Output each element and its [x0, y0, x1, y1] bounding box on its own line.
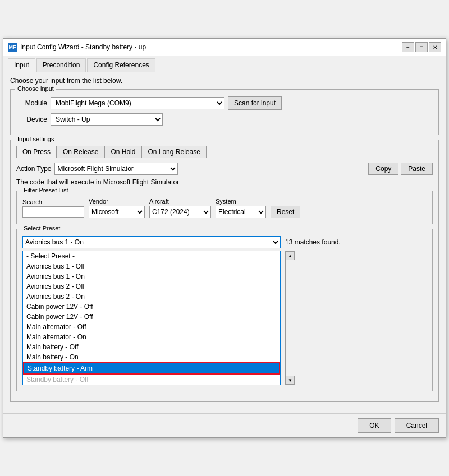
action-type-row: Action Type Microsoft Flight Simulator C… [16, 163, 433, 175]
scroll-down-arrow[interactable]: ▼ [286, 376, 295, 385]
aircraft-col: Aircraft C172 (2024) [149, 198, 211, 218]
search-label: Search [22, 198, 84, 205]
filter-preset-group: Filter Preset List Search Vendor Microso… [16, 191, 433, 224]
search-input[interactable] [22, 206, 84, 218]
device-select[interactable]: Switch - Up [51, 113, 163, 126]
list-item-selected[interactable]: Standby battery - Arm [23, 362, 280, 375]
list-item[interactable]: Main battery - On [23, 352, 280, 362]
input-settings-group: Input settings On Press On Release On Ho… [10, 140, 439, 402]
titlebar: MF Input Config Wizard - Standby battery… [3, 39, 446, 56]
aircraft-label: Aircraft [149, 198, 211, 205]
module-row: Module MobiFlight Mega (COM9) Scan for i… [16, 96, 433, 110]
vendor-col: Vendor Microsoft [89, 198, 145, 218]
input-settings-title: Input settings [15, 136, 56, 142]
module-select[interactable]: MobiFlight Mega (COM9) [51, 97, 224, 109]
list-item[interactable]: Main battery - Off [23, 342, 280, 352]
paste-button[interactable]: Paste [401, 163, 433, 175]
vendor-label: Vendor [89, 198, 145, 205]
choose-input-group: Choose input Module MobiFlight Mega (COM… [10, 89, 439, 135]
list-item[interactable]: Main alternator - Off [23, 322, 280, 332]
instructions-text: Choose your input from the list below. [10, 77, 439, 85]
search-col: Search [22, 198, 84, 218]
device-label: Device [16, 115, 47, 123]
copy-button[interactable]: Copy [368, 163, 398, 175]
list-item[interactable]: Avionics bus 2 - On [23, 292, 280, 302]
dropdown-list[interactable]: - Select Preset - Avionics bus 1 - Off A… [22, 251, 281, 385]
ok-button[interactable]: OK [358, 418, 391, 433]
list-item[interactable]: Avionics bus 1 - On [23, 271, 280, 281]
preset-dropdown[interactable]: Avionics bus 1 - On [22, 236, 281, 248]
main-content: Choose your input from the list below. C… [3, 72, 446, 413]
close-button[interactable]: ✕ [429, 42, 441, 52]
preset-content: Avionics bus 1 - On 13 matches found. - … [22, 236, 427, 385]
secondary-tabs: On Press On Release On Hold On Long Rele… [16, 144, 433, 158]
app-icon: MF [8, 43, 17, 52]
list-item[interactable]: Cabin power 12V - Off [23, 302, 280, 312]
tab-precondition[interactable]: Precondition [36, 58, 86, 72]
device-row: Device Switch - Up [16, 113, 433, 126]
scrollbar[interactable]: ▲ ▼ [285, 251, 294, 385]
list-item[interactable]: Cabin power 12V - Off [23, 312, 280, 322]
titlebar-left: MF Input Config Wizard - Standby battery… [8, 43, 146, 52]
tab-input[interactable]: Input [8, 58, 35, 72]
action-type-select[interactable]: Microsoft Flight Simulator [54, 163, 178, 175]
system-select[interactable]: Electrical [216, 206, 266, 218]
list-item[interactable]: Standby battery - Off [23, 375, 280, 385]
cancel-button[interactable]: Cancel [395, 418, 439, 433]
window-title: Input Config Wizard - Standby battery - … [20, 43, 146, 51]
tab-on-long-release[interactable]: On Long Release [141, 146, 206, 158]
select-preset-title: Select Preset [21, 225, 62, 232]
choose-input-title: Choose input [15, 85, 56, 92]
dropdown-list-container: - Select Preset - Avionics bus 1 - Off A… [22, 251, 427, 385]
minimize-button[interactable]: − [402, 42, 414, 52]
module-label: Module [16, 99, 47, 107]
list-item[interactable]: Main alternator - On [23, 332, 280, 342]
list-item[interactable]: - Select Preset - [23, 251, 280, 261]
action-right: Copy Paste [368, 163, 433, 175]
filter-row: Search Vendor Microsoft Aircraft C172 (2… [22, 198, 427, 218]
tab-on-release[interactable]: On Release [57, 146, 104, 158]
system-col: System Electrical [216, 198, 266, 218]
matches-count: 13 matches found. [285, 238, 341, 246]
main-window: MF Input Config Wizard - Standby battery… [3, 38, 446, 438]
action-type-label: Action Type [16, 165, 51, 173]
tab-config-references[interactable]: Config References [87, 58, 155, 72]
scan-button[interactable]: Scan for input [228, 96, 282, 110]
top-tabs: Input Precondition Config References [3, 56, 446, 72]
list-item[interactable]: Avionics bus 2 - Off [23, 281, 280, 292]
system-label: System [216, 198, 266, 205]
scroll-up-arrow[interactable]: ▲ [286, 251, 295, 260]
code-description: The code that will execute in Microsoft … [16, 178, 433, 186]
bottom-bar: OK Cancel [3, 413, 446, 437]
tab-on-press[interactable]: On Press [16, 146, 57, 158]
aircraft-select[interactable]: C172 (2024) [149, 206, 211, 218]
select-preset-group: Select Preset Avionics bus 1 - On 13 mat… [16, 229, 433, 391]
tab-on-hold[interactable]: On Hold [104, 146, 141, 158]
action-left: Action Type Microsoft Flight Simulator [16, 163, 178, 175]
maximize-button[interactable]: □ [415, 42, 428, 52]
filter-preset-title: Filter Preset List [21, 187, 70, 193]
list-item[interactable]: Standby battery - Test [23, 385, 280, 385]
titlebar-buttons: − □ ✕ [402, 42, 441, 52]
vendor-select[interactable]: Microsoft [89, 206, 145, 218]
reset-button[interactable]: Reset [271, 206, 300, 218]
scroll-track [286, 260, 294, 376]
list-item[interactable]: Avionics bus 1 - Off [23, 261, 280, 271]
preset-selected-row: Avionics bus 1 - On 13 matches found. [22, 236, 427, 248]
